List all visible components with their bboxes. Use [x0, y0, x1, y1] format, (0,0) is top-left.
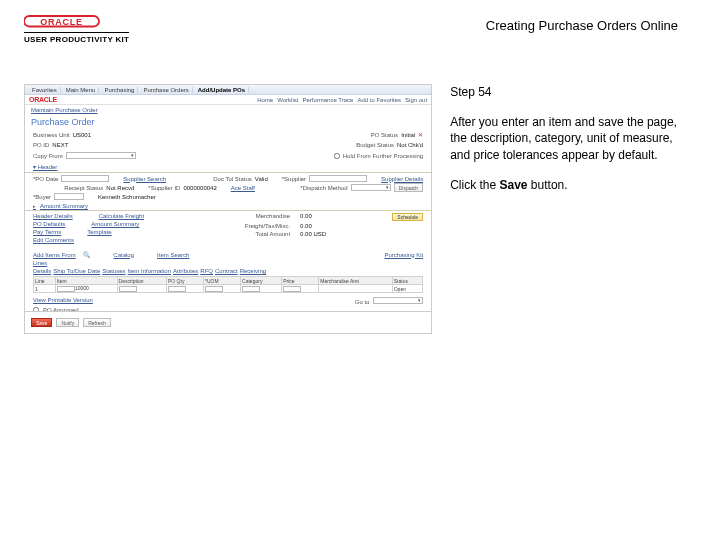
tab-iteminfo[interactable]: Item Information [128, 268, 171, 274]
page-title: Creating Purchase Orders Online [486, 18, 678, 33]
col-amt: Merchandise Amt [319, 277, 392, 285]
header-details-link[interactable]: Header Details [33, 213, 73, 219]
postatus-label: PO Status [371, 132, 398, 138]
schedule-button[interactable]: Schedule [392, 213, 423, 221]
holdproc-checkbox[interactable] [334, 153, 340, 159]
instruction-bold: Save [500, 178, 528, 192]
buyer-input[interactable] [54, 193, 84, 200]
oracle-logo: ORACLE [24, 14, 129, 30]
tab-attr[interactable]: Attributes [173, 268, 198, 274]
template-link[interactable]: Template [87, 229, 111, 235]
tab-shipto[interactable]: Ship To/Due Date [53, 268, 100, 274]
col-price: Price [282, 277, 319, 285]
lines-title: Lines [33, 260, 47, 266]
svg-text:ORACLE: ORACLE [40, 17, 83, 27]
amount-summary-link2[interactable]: Amount Summary [91, 221, 139, 227]
instruction-click: Click the Save button. [450, 177, 696, 193]
instruction-paragraph: After you enter an item and save the pag… [450, 114, 696, 163]
app-screenshot: Favorites Main Menu Purchasing Purchase … [24, 84, 432, 334]
breadcrumb[interactable]: Maintain Purchase Order [25, 105, 431, 115]
doctol-value: Valid [255, 176, 268, 182]
col-line: Line [34, 277, 56, 285]
budget-value: Not Chk'd [397, 142, 423, 148]
instruction-suffix: button. [528, 178, 568, 192]
brand-block: ORACLE USER PRODUCTIVITY KIT [24, 14, 129, 44]
po-defaults-link[interactable]: PO Defaults [33, 221, 65, 227]
nav-worklist[interactable]: Worklist [277, 97, 298, 103]
col-desc: Description [117, 277, 166, 285]
menu-po[interactable]: Purchase Orders [140, 87, 192, 93]
receipt-label: Receipt Status [64, 185, 103, 191]
menu-addupdate[interactable]: Add/Update POs [195, 87, 249, 93]
cell-cat-input[interactable] [242, 286, 260, 292]
header-link[interactable]: ▾ Header [25, 161, 431, 173]
goto-block: Go to [355, 297, 423, 305]
nav-home[interactable]: Home [257, 97, 273, 103]
merch-label: Merchandise [240, 213, 290, 221]
copyfrom-select[interactable] [66, 152, 136, 159]
merch-val: 0.00 [300, 213, 312, 221]
budget-label: Budget Status [356, 142, 394, 148]
cell-price-input[interactable] [283, 286, 301, 292]
supplierid-value: 0000000042 [183, 185, 216, 191]
tab-contract[interactable]: Contract [215, 268, 238, 274]
supplier-input[interactable] [309, 175, 367, 182]
goto-select[interactable] [373, 297, 423, 304]
col-cat: Category [241, 277, 282, 285]
cancel-x-icon[interactable]: ✕ [418, 131, 423, 138]
freight-val: 0.00 [300, 223, 312, 229]
bu-label: Business Unit [33, 132, 70, 138]
purchkit-link[interactable]: Purchasing Kit [384, 252, 423, 258]
short-supplier-link[interactable]: Ace Staff [231, 185, 255, 191]
nav-fav[interactable]: Add to Favorites [357, 97, 401, 103]
edit-comments-link[interactable]: Edit Comments [33, 237, 74, 243]
instruction-prefix: Click the [450, 178, 499, 192]
step-label: Step 54 [450, 84, 696, 100]
lookup-icon[interactable]: 🔍 [83, 251, 90, 258]
cell-uom-input[interactable] [205, 286, 223, 292]
col-qty: PO Qty [167, 277, 204, 285]
poid-value: NEXT [52, 142, 68, 148]
buyer-label: *Buyer [33, 194, 51, 200]
supplier-label: *Supplier [282, 176, 306, 182]
itemsearch-link[interactable]: Item Search [157, 252, 189, 258]
catalog-link[interactable]: Catalog [113, 252, 134, 258]
menu-purchasing[interactable]: Purchasing [101, 87, 138, 93]
col-uom: *UOM [204, 277, 241, 285]
additems-label: Add Items From [33, 252, 76, 258]
calc-freight-link[interactable]: Calculate Freight [99, 213, 144, 219]
menu-favorites[interactable]: Favorites [29, 87, 61, 93]
receipt-value: Not Recvd [106, 185, 134, 191]
podate-input[interactable] [61, 175, 109, 182]
supplier-search-link[interactable]: Supplier Search [123, 176, 166, 182]
cell-item-input[interactable] [57, 286, 75, 292]
refresh-button[interactable]: Refresh [83, 318, 111, 327]
tab-rfq[interactable]: RFQ [200, 268, 213, 274]
tab-recv[interactable]: Receiving [240, 268, 266, 274]
postatus-value: Initial [401, 132, 415, 138]
buyer-name: Kenneth Schumacher [98, 194, 156, 200]
tab-statuses[interactable]: Statuses [102, 268, 125, 274]
topbar: Favorites Main Menu Purchasing Purchase … [25, 85, 431, 95]
menu-main[interactable]: Main Menu [63, 87, 100, 93]
notify-button[interactable]: Notify [56, 318, 79, 327]
dispatch-select[interactable] [351, 184, 391, 191]
payterms-link[interactable]: Pay Terms [33, 229, 61, 235]
tab-details[interactable]: Details [33, 268, 51, 274]
cell-line: 1 [35, 286, 38, 292]
supplier-details-link[interactable]: Supplier Details [381, 176, 423, 182]
dispatch-button[interactable]: Dispatch [394, 183, 423, 192]
nav-perf[interactable]: Performance Trace [302, 97, 353, 103]
lines-grid: Line Item Description PO Qty *UOM Catego… [33, 276, 423, 293]
view-printable-link[interactable]: View Printable Version [33, 297, 93, 303]
save-button[interactable]: Save [31, 318, 52, 327]
form-title: Purchase Order [25, 115, 431, 129]
cell-desc-input[interactable] [119, 286, 137, 292]
cell-qty-input[interactable] [168, 286, 186, 292]
cell-status: Open [394, 286, 406, 292]
table-row: 1 10000 Open [34, 285, 423, 293]
nav-signout[interactable]: Sign out [405, 97, 427, 103]
amount-summary-link[interactable]: Amount Summary [25, 202, 431, 211]
oracle-wordmark: ORACLE [29, 96, 57, 103]
total-val: 0.00 USD [300, 231, 326, 237]
